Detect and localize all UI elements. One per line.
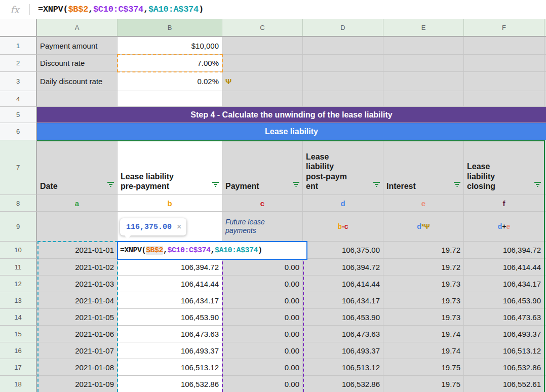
cell-c2[interactable] [222, 55, 303, 72]
cell-a16[interactable]: 2021-01-07 [37, 342, 118, 359]
row-header-11[interactable]: 11 [0, 259, 37, 276]
cell-f3[interactable] [464, 72, 544, 91]
header-lease-liability-closing[interactable]: Lease liability closing [464, 140, 544, 195]
tooltip-close-icon[interactable]: × [177, 222, 181, 231]
cell-a13[interactable]: 2021-01-04 [37, 292, 118, 309]
filter-icon[interactable] [534, 180, 541, 190]
lease-liability-banner[interactable]: Lease liability [37, 123, 546, 140]
cell-c13[interactable]: 0.00 [222, 292, 303, 309]
cell-b8-letter[interactable]: b [118, 195, 222, 212]
cell-e10[interactable]: 19.72 [383, 242, 464, 259]
cell-d2[interactable] [303, 55, 383, 72]
filter-icon[interactable] [212, 180, 219, 190]
cell-b2-discount-rate-value[interactable]: 7.00% [118, 55, 222, 72]
cell-a17[interactable]: 2021-01-08 [37, 359, 118, 376]
header-interest[interactable]: Interest [383, 140, 464, 195]
cell-e3[interactable] [383, 72, 464, 91]
cell-b3-daily-discount-value[interactable]: 0.02% [118, 72, 222, 91]
cell-a4[interactable] [37, 91, 118, 107]
row-header-13[interactable]: 13 [0, 292, 37, 309]
cell-b1-payment-amount-value[interactable]: $10,000 [118, 37, 222, 55]
cell-e17[interactable]: 19.75 [383, 359, 464, 376]
column-header-f[interactable]: F [464, 19, 544, 36]
cell-c9-future-lease-note[interactable]: Future lease payments [222, 212, 303, 242]
cell-f8-letter[interactable]: f [464, 195, 544, 212]
column-header-e[interactable]: E [383, 19, 464, 36]
cell-e18[interactable]: 19.75 [383, 376, 464, 392]
header-payment[interactable]: Payment [222, 140, 303, 195]
cell-b15[interactable]: 106,473.63 [118, 326, 222, 342]
cell-f14[interactable]: 106,473.63 [464, 309, 544, 326]
cell-f1[interactable] [464, 37, 544, 55]
cell-b11[interactable]: 106,394.72 [118, 259, 222, 276]
row-header-7[interactable]: 7 [0, 140, 37, 195]
cell-b12[interactable]: 106,414.44 [118, 276, 222, 292]
cell-e8-letter[interactable]: e [383, 195, 464, 212]
cell-d10[interactable]: 106,375.00 [303, 242, 383, 259]
filter-icon[interactable] [107, 180, 114, 190]
cell-b18[interactable]: 106,532.86 [118, 376, 222, 392]
header-lease-liability-post-payment[interactable]: Lease liability post-paym ent [303, 140, 383, 195]
cell-c15[interactable]: 0.00 [222, 326, 303, 342]
cell-c16[interactable]: 0.00 [222, 342, 303, 359]
cell-c14[interactable]: 0.00 [222, 309, 303, 326]
step4-banner[interactable]: Step 4 - Calculate the unwinding of the … [37, 107, 546, 123]
cell-c18[interactable]: 0.00 [222, 376, 303, 392]
cell-f15[interactable]: 106,493.37 [464, 326, 544, 342]
cell-d12[interactable]: 106,414.44 [303, 276, 383, 292]
cell-d9-formula-hint[interactable]: b - c [303, 212, 383, 242]
cell-b17[interactable]: 106,513.12 [118, 359, 222, 376]
row-header-12[interactable]: 12 [0, 276, 37, 292]
select-all-corner[interactable] [0, 19, 37, 36]
cell-c17[interactable]: 0.00 [222, 359, 303, 376]
cell-c11[interactable]: 0.00 [222, 259, 303, 276]
cell-a18[interactable]: 2021-01-09 [37, 376, 118, 392]
cell-e14[interactable]: 19.73 [383, 309, 464, 326]
cell-a3-daily-discount-label[interactable]: Daily discount rate [37, 72, 118, 91]
row-header-8[interactable]: 8 [0, 195, 37, 212]
cell-a14[interactable]: 2021-01-05 [37, 309, 118, 326]
cell-f12[interactable]: 106,434.17 [464, 276, 544, 292]
cell-e4[interactable] [383, 91, 464, 107]
cell-d13[interactable]: 106,434.17 [303, 292, 383, 309]
cell-d3[interactable] [303, 72, 383, 91]
row-header-9[interactable]: 9 [0, 212, 37, 242]
cell-d11[interactable]: 106,394.72 [303, 259, 383, 276]
cell-a2-discount-rate-label[interactable]: Discount rate [37, 55, 118, 72]
column-header-b[interactable]: B [118, 19, 222, 36]
cell-e11[interactable]: 19.72 [383, 259, 464, 276]
cell-editor-b10[interactable]: =XNPV($B$2,$C10:C$374,$A10:A$374) [117, 241, 307, 260]
cell-a12[interactable]: 2021-01-03 [37, 276, 118, 292]
cell-a15[interactable]: 2021-01-06 [37, 326, 118, 342]
filter-icon[interactable] [292, 180, 300, 190]
cell-d8-letter[interactable]: d [303, 195, 383, 212]
cell-b16[interactable]: 106,493.37 [118, 342, 222, 359]
row-header-2[interactable]: 2 [0, 55, 37, 72]
cell-a8-letter[interactable]: a [37, 195, 118, 212]
cell-d15[interactable]: 106,473.63 [303, 326, 383, 342]
filter-icon[interactable] [453, 180, 461, 190]
cell-d18[interactable]: 106,532.86 [303, 376, 383, 392]
cell-a10[interactable]: 2021-01-01 [37, 242, 118, 259]
header-date[interactable]: Date [37, 140, 118, 195]
cell-e2[interactable] [383, 55, 464, 72]
row-header-6[interactable]: 6 [0, 123, 37, 140]
cell-a1-payment-amount-label[interactable]: Payment amount [37, 37, 118, 55]
cell-b14[interactable]: 106,453.90 [118, 309, 222, 326]
row-header-14[interactable]: 14 [0, 309, 37, 326]
header-lease-liability-pre-payment[interactable]: Lease liability pre-payment [118, 140, 222, 195]
row-header-5[interactable]: 5 [0, 107, 37, 123]
cell-d16[interactable]: 106,493.37 [303, 342, 383, 359]
cell-f16[interactable]: 106,513.12 [464, 342, 544, 359]
row-header-3[interactable]: 3 [0, 72, 37, 91]
row-header-4[interactable]: 4 [0, 91, 37, 107]
row-header-10[interactable]: 10 [0, 242, 37, 259]
cell-f2[interactable] [464, 55, 544, 72]
formula-input[interactable]: =XNPV($B$2,$C10:C$374,$A10:A$374) [38, 5, 204, 14]
column-header-a[interactable]: A [37, 19, 118, 36]
cell-d4[interactable] [303, 91, 383, 107]
cell-d14[interactable]: 106,453.90 [303, 309, 383, 326]
row-header-15[interactable]: 15 [0, 326, 37, 342]
cell-d1[interactable] [303, 37, 383, 55]
cell-f17[interactable]: 106,532.86 [464, 359, 544, 376]
